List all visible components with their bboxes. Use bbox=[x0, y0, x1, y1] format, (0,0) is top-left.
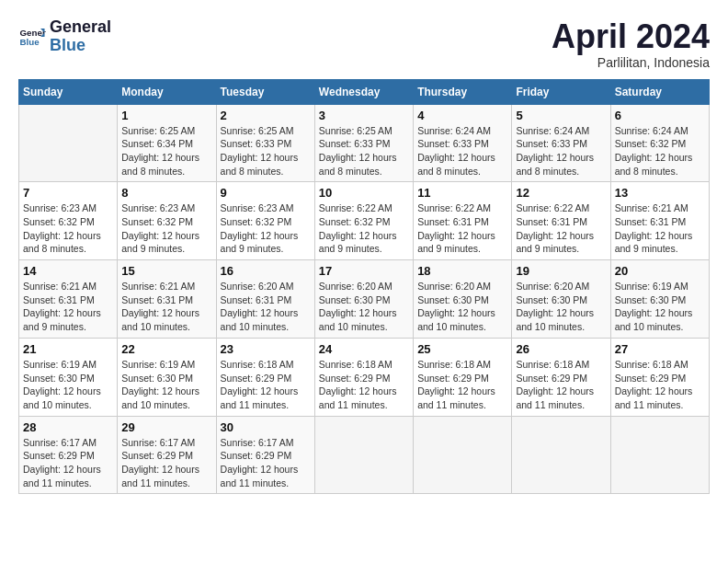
calendar-cell: 13Sunrise: 6:21 AM Sunset: 6:31 PM Dayli… bbox=[610, 182, 709, 260]
weekday-header-wednesday: Wednesday bbox=[314, 79, 413, 104]
weekday-header-monday: Monday bbox=[118, 79, 216, 104]
day-number: 4 bbox=[417, 109, 507, 122]
header: General Blue General Blue April 2024 Par… bbox=[18, 18, 710, 70]
calendar-cell: 10Sunrise: 6:22 AM Sunset: 6:32 PM Dayli… bbox=[314, 182, 413, 260]
day-number: 25 bbox=[417, 342, 507, 356]
day-info: Sunrise: 6:19 AM Sunset: 6:30 PM Dayligh… bbox=[121, 358, 211, 412]
day-info: Sunrise: 6:24 AM Sunset: 6:33 PM Dayligh… bbox=[417, 124, 507, 178]
day-number: 12 bbox=[516, 186, 606, 200]
day-number: 28 bbox=[23, 420, 113, 434]
calendar-cell: 17Sunrise: 6:20 AM Sunset: 6:30 PM Dayli… bbox=[314, 260, 413, 339]
day-number: 7 bbox=[23, 186, 113, 200]
calendar-cell: 28Sunrise: 6:17 AM Sunset: 6:29 PM Dayli… bbox=[19, 416, 118, 494]
logo-blue: Blue bbox=[50, 37, 111, 55]
calendar-cell: 4Sunrise: 6:24 AM Sunset: 6:33 PM Daylig… bbox=[414, 104, 512, 182]
weekday-header-friday: Friday bbox=[512, 79, 610, 104]
calendar-cell: 7Sunrise: 6:23 AM Sunset: 6:32 PM Daylig… bbox=[19, 182, 118, 260]
calendar-table: SundayMondayTuesdayWednesdayThursdayFrid… bbox=[18, 79, 710, 495]
day-info: Sunrise: 6:18 AM Sunset: 6:29 PM Dayligh… bbox=[221, 358, 311, 412]
day-info: Sunrise: 6:18 AM Sunset: 6:29 PM Dayligh… bbox=[516, 358, 606, 412]
calendar-cell: 6Sunrise: 6:24 AM Sunset: 6:32 PM Daylig… bbox=[610, 104, 709, 182]
day-number: 2 bbox=[221, 109, 311, 122]
day-info: Sunrise: 6:25 AM Sunset: 6:33 PM Dayligh… bbox=[221, 124, 311, 178]
calendar-cell: 9Sunrise: 6:23 AM Sunset: 6:32 PM Daylig… bbox=[216, 182, 314, 260]
day-number: 5 bbox=[516, 109, 606, 122]
calendar-cell: 24Sunrise: 6:18 AM Sunset: 6:29 PM Dayli… bbox=[314, 338, 413, 416]
day-info: Sunrise: 6:22 AM Sunset: 6:31 PM Dayligh… bbox=[516, 201, 606, 256]
day-info: Sunrise: 6:18 AM Sunset: 6:29 PM Dayligh… bbox=[417, 358, 507, 412]
title-area: April 2024 Parlilitan, Indonesia bbox=[552, 18, 710, 70]
day-number: 13 bbox=[615, 186, 705, 200]
day-number: 17 bbox=[319, 264, 409, 278]
calendar-cell: 30Sunrise: 6:17 AM Sunset: 6:29 PM Dayli… bbox=[216, 416, 314, 494]
calendar-cell bbox=[314, 416, 413, 494]
day-number: 1 bbox=[121, 109, 211, 122]
day-number: 21 bbox=[23, 342, 113, 356]
day-info: Sunrise: 6:17 AM Sunset: 6:29 PM Dayligh… bbox=[121, 436, 211, 490]
day-number: 16 bbox=[221, 264, 311, 278]
calendar-cell bbox=[610, 416, 709, 494]
logo-general: General bbox=[50, 18, 111, 37]
calendar-cell bbox=[414, 416, 512, 494]
day-info: Sunrise: 6:19 AM Sunset: 6:30 PM Dayligh… bbox=[23, 358, 113, 412]
day-number: 27 bbox=[615, 342, 705, 356]
calendar-week-3: 14Sunrise: 6:21 AM Sunset: 6:31 PM Dayli… bbox=[19, 260, 710, 339]
day-number: 20 bbox=[615, 264, 705, 278]
day-number: 15 bbox=[121, 264, 211, 278]
day-info: Sunrise: 6:24 AM Sunset: 6:32 PM Dayligh… bbox=[615, 124, 705, 178]
day-info: Sunrise: 6:20 AM Sunset: 6:30 PM Dayligh… bbox=[319, 280, 409, 334]
day-number: 18 bbox=[417, 264, 507, 278]
calendar-cell: 12Sunrise: 6:22 AM Sunset: 6:31 PM Dayli… bbox=[512, 182, 610, 260]
svg-text:Blue: Blue bbox=[20, 37, 40, 47]
day-info: Sunrise: 6:23 AM Sunset: 6:32 PM Dayligh… bbox=[121, 201, 211, 256]
calendar-cell: 5Sunrise: 6:24 AM Sunset: 6:33 PM Daylig… bbox=[512, 104, 610, 182]
calendar-cell: 29Sunrise: 6:17 AM Sunset: 6:29 PM Dayli… bbox=[118, 416, 216, 494]
calendar-cell: 3Sunrise: 6:25 AM Sunset: 6:33 PM Daylig… bbox=[314, 104, 413, 182]
day-number: 8 bbox=[121, 186, 211, 200]
logo-icon: General Blue bbox=[18, 23, 46, 51]
day-number: 30 bbox=[221, 420, 311, 434]
day-info: Sunrise: 6:25 AM Sunset: 6:34 PM Dayligh… bbox=[121, 124, 211, 178]
day-number: 6 bbox=[615, 109, 705, 122]
day-number: 29 bbox=[121, 420, 211, 434]
calendar-cell: 2Sunrise: 6:25 AM Sunset: 6:33 PM Daylig… bbox=[216, 104, 314, 182]
weekday-header-row: SundayMondayTuesdayWednesdayThursdayFrid… bbox=[19, 79, 710, 104]
calendar-cell: 22Sunrise: 6:19 AM Sunset: 6:30 PM Dayli… bbox=[118, 338, 216, 416]
day-info: Sunrise: 6:20 AM Sunset: 6:30 PM Dayligh… bbox=[417, 280, 507, 334]
calendar-week-1: 1Sunrise: 6:25 AM Sunset: 6:34 PM Daylig… bbox=[19, 104, 710, 182]
weekday-header-saturday: Saturday bbox=[610, 79, 709, 104]
calendar-cell: 19Sunrise: 6:20 AM Sunset: 6:30 PM Dayli… bbox=[512, 260, 610, 339]
day-number: 23 bbox=[221, 342, 311, 356]
day-info: Sunrise: 6:21 AM Sunset: 6:31 PM Dayligh… bbox=[23, 280, 113, 334]
day-info: Sunrise: 6:23 AM Sunset: 6:32 PM Dayligh… bbox=[23, 201, 113, 256]
calendar-week-2: 7Sunrise: 6:23 AM Sunset: 6:32 PM Daylig… bbox=[19, 182, 710, 260]
calendar-cell: 26Sunrise: 6:18 AM Sunset: 6:29 PM Dayli… bbox=[512, 338, 610, 416]
calendar-cell: 20Sunrise: 6:19 AM Sunset: 6:30 PM Dayli… bbox=[610, 260, 709, 339]
weekday-header-tuesday: Tuesday bbox=[216, 79, 314, 104]
day-number: 19 bbox=[516, 264, 606, 278]
calendar-cell: 15Sunrise: 6:21 AM Sunset: 6:31 PM Dayli… bbox=[118, 260, 216, 339]
calendar-cell: 16Sunrise: 6:20 AM Sunset: 6:31 PM Dayli… bbox=[216, 260, 314, 339]
day-number: 11 bbox=[417, 186, 507, 200]
day-info: Sunrise: 6:17 AM Sunset: 6:29 PM Dayligh… bbox=[23, 436, 113, 490]
calendar-cell: 1Sunrise: 6:25 AM Sunset: 6:34 PM Daylig… bbox=[118, 104, 216, 182]
day-number: 14 bbox=[23, 264, 113, 278]
day-number: 3 bbox=[319, 109, 409, 122]
day-number: 10 bbox=[319, 186, 409, 200]
day-info: Sunrise: 6:19 AM Sunset: 6:30 PM Dayligh… bbox=[615, 280, 705, 334]
day-info: Sunrise: 6:17 AM Sunset: 6:29 PM Dayligh… bbox=[221, 436, 311, 490]
calendar-cell: 25Sunrise: 6:18 AM Sunset: 6:29 PM Dayli… bbox=[414, 338, 512, 416]
day-info: Sunrise: 6:22 AM Sunset: 6:31 PM Dayligh… bbox=[417, 201, 507, 256]
weekday-header-sunday: Sunday bbox=[19, 79, 118, 104]
day-info: Sunrise: 6:21 AM Sunset: 6:31 PM Dayligh… bbox=[121, 280, 211, 334]
day-info: Sunrise: 6:23 AM Sunset: 6:32 PM Dayligh… bbox=[221, 201, 311, 256]
day-info: Sunrise: 6:20 AM Sunset: 6:30 PM Dayligh… bbox=[516, 280, 606, 334]
day-number: 26 bbox=[516, 342, 606, 356]
day-info: Sunrise: 6:18 AM Sunset: 6:29 PM Dayligh… bbox=[319, 358, 409, 412]
day-number: 22 bbox=[121, 342, 211, 356]
calendar-cell bbox=[19, 104, 118, 182]
calendar-cell: 18Sunrise: 6:20 AM Sunset: 6:30 PM Dayli… bbox=[414, 260, 512, 339]
calendar-cell: 23Sunrise: 6:18 AM Sunset: 6:29 PM Dayli… bbox=[216, 338, 314, 416]
location: Parlilitan, Indonesia bbox=[552, 55, 710, 70]
day-info: Sunrise: 6:24 AM Sunset: 6:33 PM Dayligh… bbox=[516, 124, 606, 178]
